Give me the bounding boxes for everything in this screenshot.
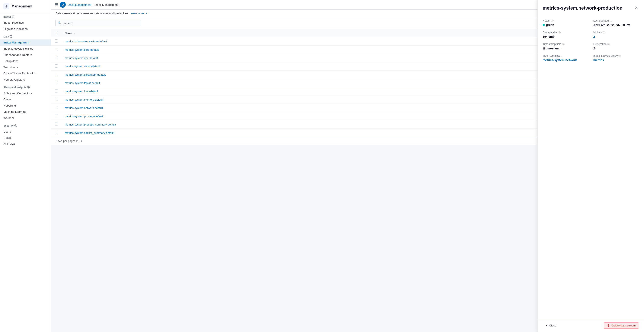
index-template-info-icon: ⓘ — [561, 54, 563, 57]
row-checkbox[interactable] — [55, 131, 58, 134]
sidebar-item-transforms[interactable]: Transforms — [0, 64, 51, 70]
search-box[interactable]: 🔍 — [56, 20, 141, 26]
trash-icon: 🗑 — [607, 324, 610, 327]
detail-field-indices: Indices ⓘ 2 — [594, 31, 639, 38]
detail-field-last-updated: Last updated ⓘ April 4th, 2022 2:37:20 P… — [594, 19, 639, 27]
row-checkbox-cell — [51, 62, 61, 71]
chevron-down-icon: ▾ — [81, 139, 82, 143]
sidebar-item-remote-clusters[interactable]: Remote Clusters — [0, 76, 51, 83]
row-name-link[interactable]: metrics-system.memory-default — [65, 98, 103, 101]
row-checkbox-cell — [51, 129, 61, 137]
detail-field-storage-size: Storage size ⓘ 194.9mb — [543, 31, 588, 38]
indices-info-icon: ⓘ — [602, 31, 605, 34]
row-checkbox[interactable] — [55, 39, 58, 43]
row-name-link[interactable]: metrics-system.cpu-default — [65, 56, 98, 60]
health-info-icon: ⓘ — [551, 19, 554, 22]
hamburger-icon[interactable]: ☰ — [55, 2, 58, 7]
close-x-icon: ✕ — [545, 324, 548, 327]
row-name-link[interactable]: metrics-system.process-default — [65, 115, 103, 118]
timestamp-info-icon: ⓘ — [562, 43, 564, 46]
row-checkbox[interactable] — [55, 89, 58, 92]
rows-per-page-select[interactable]: Rows per page: 20 ▾ — [56, 139, 82, 143]
sidebar-item-users[interactable]: Users — [0, 129, 51, 135]
section-label-alerts: Alerts and Insights ⓘ — [0, 83, 51, 90]
gear-icon: ⚙ — [4, 3, 10, 9]
row-name-link[interactable]: metrics-system.diskio-default — [65, 65, 100, 68]
sidebar: ⚙ Management Ingest ⓘ Ingest Pipelines L… — [0, 0, 51, 332]
row-checkbox-cell — [51, 37, 61, 46]
health-dot-icon — [543, 24, 545, 26]
sort-arrow-icon: ↑ — [74, 31, 75, 35]
section-label-ingest: Ingest ⓘ — [0, 12, 51, 20]
lifecycle-policy-info-icon: ⓘ — [618, 54, 621, 57]
detail-panel-close-icon[interactable]: ✕ — [634, 5, 639, 11]
row-name-link[interactable]: metrics-system.load-default — [65, 90, 98, 93]
detail-field-lifecycle-policy: Index lifecycle policy ⓘ metrics — [594, 54, 639, 62]
close-button[interactable]: ✕ Close — [543, 323, 559, 329]
row-checkbox-cell — [51, 112, 61, 120]
sidebar-item-cases[interactable]: Cases — [0, 96, 51, 103]
index-template-link[interactable]: metrics-system.network — [543, 58, 577, 62]
breadcrumb-stack-management[interactable]: Stack Management — [68, 3, 91, 6]
section-label-data: Data ⓘ — [0, 32, 51, 39]
row-name-link[interactable]: metrics-system.socket_summary-default — [65, 131, 114, 135]
row-checkbox[interactable] — [55, 64, 58, 68]
detail-panel-body: Health ⓘ green Last updated ⓘ — [538, 15, 644, 319]
row-name-link[interactable]: metrics-system.network-default — [65, 106, 103, 110]
detail-field-timestamp: Timestamp field ⓘ @timestamp — [543, 43, 588, 50]
indices-value-link[interactable]: 2 — [594, 35, 595, 38]
row-checkbox[interactable] — [55, 98, 58, 101]
detail-panel-footer: ✕ Close 🗑 Delete data stream — [538, 319, 644, 332]
health-value: green — [543, 23, 588, 27]
learn-more-link[interactable]: Learn more. ↗ — [130, 12, 148, 15]
sidebar-item-logstash-pipelines[interactable]: Logstash Pipelines — [0, 26, 51, 32]
sidebar-item-reporting[interactable]: Reporting — [0, 103, 51, 109]
detail-field-health: Health ⓘ green — [543, 19, 588, 27]
row-name-link[interactable]: metrics-system.core-default — [65, 48, 99, 51]
sidebar-item-rollup-jobs[interactable]: Rollup Jobs — [0, 58, 51, 64]
breadcrumb: Stack Management / Index Management — [68, 3, 118, 6]
row-checkbox[interactable] — [55, 123, 58, 126]
row-name-link[interactable]: metrics-system.fsstat-default — [65, 81, 100, 85]
row-name-link[interactable]: metrics-system.filesystem-default — [65, 73, 106, 76]
row-checkbox-cell — [51, 71, 61, 79]
sidebar-item-watcher[interactable]: Watcher — [0, 115, 51, 121]
search-icon: 🔍 — [58, 21, 62, 25]
row-checkbox[interactable] — [55, 106, 58, 109]
row-checkbox-cell — [51, 46, 61, 54]
sidebar-item-api-keys[interactable]: API keys — [0, 141, 51, 147]
avatar: D — [60, 2, 66, 8]
row-checkbox[interactable] — [55, 81, 58, 84]
section-label-security: Security ⓘ — [0, 121, 51, 129]
sidebar-item-roles[interactable]: Roles — [0, 135, 51, 141]
detail-field-index-template: Index template ⓘ metrics-system.network — [543, 54, 588, 62]
row-checkbox-cell — [51, 79, 61, 87]
sidebar-item-index-lifecycle-policies[interactable]: Index Lifecycle Policies — [0, 46, 51, 52]
sidebar-item-cross-cluster-replication[interactable]: Cross-Cluster Replication — [0, 70, 51, 76]
lifecycle-policy-link[interactable]: metrics — [594, 58, 604, 62]
row-name-link[interactable]: metrics-system.process_summary-default — [65, 123, 116, 126]
sidebar-item-machine-learning[interactable]: Machine Learning — [0, 109, 51, 115]
row-checkbox-cell — [51, 87, 61, 95]
sidebar-header: ⚙ Management — [0, 0, 51, 12]
search-input[interactable] — [63, 21, 106, 25]
table-header-checkbox — [51, 29, 61, 37]
row-checkbox-cell — [51, 120, 61, 129]
sidebar-item-snapshot-and-restore[interactable]: Snapshot and Restore — [0, 52, 51, 58]
sidebar-item-ingest-pipelines[interactable]: Ingest Pipelines — [0, 20, 51, 26]
sidebar-title: Management — [12, 4, 32, 8]
detail-panel: metrics-system.network-production ✕ Heal… — [537, 0, 644, 332]
row-name-link[interactable]: metrics-kubernetes.system-default — [65, 40, 107, 43]
generation-info-icon: ⓘ — [607, 43, 610, 46]
row-checkbox[interactable] — [55, 48, 58, 51]
last-updated-info-icon: ⓘ — [610, 19, 612, 22]
detail-field-generation: Generation ⓘ 2 — [594, 43, 639, 50]
sidebar-item-index-management[interactable]: Index Management — [0, 39, 51, 46]
delete-data-stream-button[interactable]: 🗑 Delete data stream — [604, 323, 639, 329]
row-checkbox[interactable] — [55, 56, 58, 59]
row-checkbox[interactable] — [55, 73, 58, 76]
select-all-checkbox[interactable] — [55, 31, 58, 34]
detail-panel-header: metrics-system.network-production ✕ — [538, 0, 644, 15]
sidebar-item-rules-and-connectors[interactable]: Rules and Connectors — [0, 90, 51, 96]
row-checkbox[interactable] — [55, 114, 58, 117]
